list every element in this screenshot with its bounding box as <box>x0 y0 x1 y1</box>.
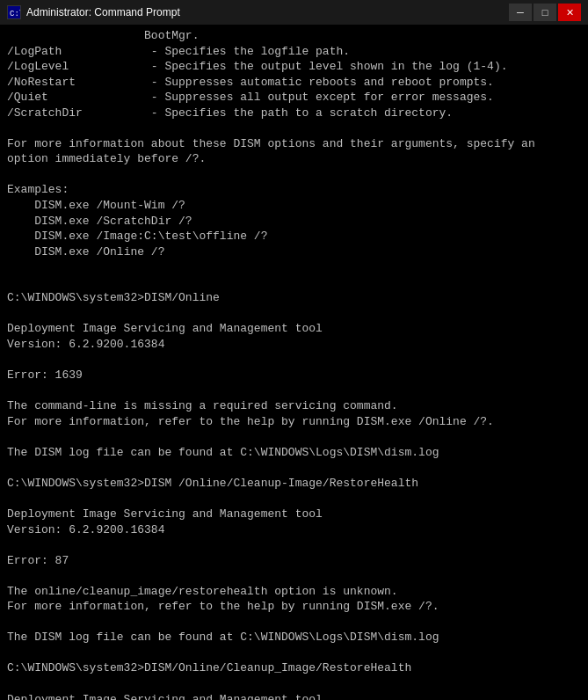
title-bar: C:\ Administrator: Command Prompt ─ □ ✕ <box>0 0 588 25</box>
svg-text:C:\: C:\ <box>10 10 20 18</box>
maximize-button[interactable]: □ <box>534 4 556 21</box>
minimize-button[interactable]: ─ <box>509 4 532 21</box>
window-title: Administrator: Command Prompt <box>26 6 180 18</box>
window-controls: ─ □ ✕ <box>509 4 581 21</box>
close-button[interactable]: ✕ <box>558 4 581 21</box>
command-prompt-window: C:\ Administrator: Command Prompt ─ □ ✕ … <box>0 0 588 700</box>
title-bar-left: C:\ Administrator: Command Prompt <box>7 5 180 19</box>
cmd-icon: C:\ <box>7 5 21 19</box>
console-output[interactable]: BootMgr. /LogPath - Specifies the logfil… <box>0 25 588 700</box>
